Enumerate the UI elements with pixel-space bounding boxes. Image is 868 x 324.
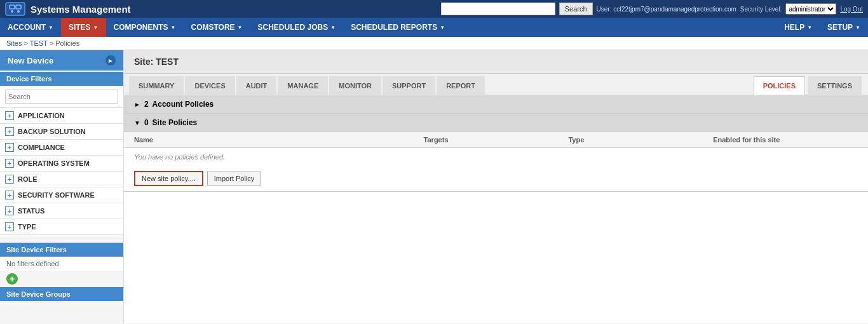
nav-item-help[interactable]: HELP ▼ xyxy=(776,18,820,37)
svg-rect-1 xyxy=(16,5,21,9)
col-type: Type xyxy=(568,136,713,144)
logout-button[interactable]: Log Out xyxy=(840,6,863,13)
tabs-bar: SUMMARY DEVICES AUDIT MANAGE MONITOR SUP… xyxy=(124,74,868,95)
filter-item-operating-system[interactable]: + OPERATING SYSTEM xyxy=(0,156,123,172)
nav-arrow-account: ▼ xyxy=(48,25,53,30)
filter-label-application: APPLICATION xyxy=(18,112,65,119)
filter-label-compliance: COMPLIANCE xyxy=(18,144,65,151)
plus-icon-application: + xyxy=(5,111,14,120)
plus-icon-os: + xyxy=(5,159,14,168)
tab-settings[interactable]: SETTINGS xyxy=(808,76,862,95)
filter-label-os: OPERATING SYSTEM xyxy=(18,159,90,167)
tab-devices[interactable]: DEVICES xyxy=(185,76,234,95)
filter-item-security-software[interactable]: + SECURITY SOFTWARE xyxy=(0,187,123,203)
site-policies-count: 0 xyxy=(144,118,149,127)
filter-item-application[interactable]: + APPLICATION xyxy=(0,108,123,124)
nav-arrow-help: ▼ xyxy=(807,25,812,30)
main-layout: New Device ► Device Filters + APPLICATIO… xyxy=(0,50,868,323)
site-title: Site: TEST xyxy=(124,50,868,74)
plus-icon-compliance: + xyxy=(5,143,14,152)
nav-item-sites[interactable]: SITES ▼ xyxy=(61,18,106,37)
content-area: Site: TEST SUMMARY DEVICES AUDIT MANAGE … xyxy=(124,50,868,323)
nav-arrow-sites: ▼ xyxy=(93,25,98,30)
search-filter-container xyxy=(0,86,123,108)
top-bar-right: Search User: ccf22tjpm7@pandamanagedprot… xyxy=(441,3,863,15)
policies-table-header: Name Targets Type Enabled for this site xyxy=(124,132,868,148)
search-input-top[interactable] xyxy=(441,3,555,15)
tab-policies[interactable]: POLICIES xyxy=(754,76,805,95)
tab-manage[interactable]: MANAGE xyxy=(278,76,328,95)
col-enabled: Enabled for this site xyxy=(713,136,858,144)
nav-label-scheduled-reports: SCHEDULED REPORTS xyxy=(351,23,437,32)
nav-label-account: ACCOUNT xyxy=(8,23,46,32)
nav-item-comstore[interactable]: COMSTORE ▼ xyxy=(183,18,250,37)
tab-report[interactable]: REPORT xyxy=(437,76,485,95)
nav-item-scheduled-jobs[interactable]: SCHEDULED JOBS ▼ xyxy=(250,18,344,37)
nav-item-scheduled-reports[interactable]: SCHEDULED REPORTS ▼ xyxy=(343,18,452,37)
filter-item-status[interactable]: + STATUS xyxy=(0,203,123,219)
security-level-select[interactable]: administrator xyxy=(785,3,836,15)
account-policies-count: 2 xyxy=(144,100,149,109)
no-policies-text: You have no policies defined. xyxy=(124,148,868,166)
site-device-filters-header: Site Device Filters xyxy=(0,243,123,257)
nav-right: HELP ▼ SETUP ▼ xyxy=(776,18,868,37)
nav-label-help: HELP xyxy=(784,23,804,32)
logo-icon xyxy=(5,2,25,16)
nav-bar: ACCOUNT ▼ SITES ▼ COMPONENTS ▼ COMSTORE … xyxy=(0,18,868,37)
tab-support[interactable]: SUPPORT xyxy=(383,76,435,95)
tabs-right: POLICIES SETTINGS xyxy=(754,74,863,95)
new-device-label: New Device xyxy=(8,56,53,65)
policy-actions: New site policy.... Import Policy xyxy=(124,166,868,191)
account-policies-label: Account Policies xyxy=(153,100,214,109)
account-policies-header[interactable]: ► 2 Account Policies xyxy=(124,95,868,114)
svg-point-2 xyxy=(11,10,13,13)
breadcrumb-test[interactable]: TEST xyxy=(30,39,48,47)
plus-icon-type: + xyxy=(5,222,14,231)
filter-label-backup: BACKUP SOLUTION xyxy=(18,128,86,135)
nav-label-components: COMPONENTS xyxy=(114,23,168,32)
filter-label-type: TYPE xyxy=(18,223,36,231)
filter-label-role: ROLE xyxy=(18,175,37,183)
new-site-policy-button[interactable]: New site policy.... xyxy=(134,171,203,186)
nav-item-components[interactable]: COMPONENTS ▼ xyxy=(106,18,184,37)
site-device-groups-header: Site Device Groups xyxy=(0,287,123,301)
nav-arrow-scheduled-reports: ▼ xyxy=(440,25,445,30)
site-policies-header[interactable]: ▼ 0 Site Policies xyxy=(124,114,868,132)
device-search-input[interactable] xyxy=(5,90,118,104)
filter-label-status: STATUS xyxy=(18,207,44,215)
site-policies-label: Site Policies xyxy=(153,118,198,127)
device-filters-header: Device Filters xyxy=(0,72,123,86)
svg-rect-0 xyxy=(10,5,15,9)
filter-item-compliance[interactable]: + COMPLIANCE xyxy=(0,140,123,156)
nav-item-account[interactable]: ACCOUNT ▼ xyxy=(0,18,61,37)
filter-item-role[interactable]: + ROLE xyxy=(0,172,123,187)
nav-arrow-comstore: ▼ xyxy=(238,25,243,30)
nav-arrow-setup: ▼ xyxy=(855,25,860,30)
tab-audit[interactable]: AUDIT xyxy=(236,76,277,95)
filter-item-backup-solution[interactable]: + BACKUP SOLUTION xyxy=(0,124,123,140)
search-button-top[interactable]: Search xyxy=(559,3,593,15)
nav-arrow-scheduled-jobs: ▼ xyxy=(330,25,336,30)
add-filter-button[interactable]: + xyxy=(6,273,18,285)
col-name: Name xyxy=(134,136,424,144)
new-device-arrow-icon: ► xyxy=(105,55,116,65)
import-policy-button[interactable]: Import Policy xyxy=(207,172,262,186)
tab-summary[interactable]: SUMMARY xyxy=(129,76,184,95)
site-policies-toggle: ▼ xyxy=(134,119,140,126)
new-device-button[interactable]: New Device ► xyxy=(0,50,123,71)
nav-arrow-components: ▼ xyxy=(171,25,176,30)
tab-monitor[interactable]: MONITOR xyxy=(329,76,381,95)
account-policies-toggle: ► xyxy=(134,101,140,108)
nav-label-setup: SETUP xyxy=(827,23,853,32)
no-filters-text: No filters defined xyxy=(0,257,123,271)
nav-label-scheduled-jobs: SCHEDULED JOBS xyxy=(258,23,329,32)
breadcrumb-sites[interactable]: Sites xyxy=(6,39,22,47)
nav-item-setup[interactable]: SETUP ▼ xyxy=(820,18,868,37)
sidebar: New Device ► Device Filters + APPLICATIO… xyxy=(0,50,124,323)
nav-label-sites: SITES xyxy=(69,23,91,32)
filter-item-type[interactable]: + TYPE xyxy=(0,219,123,235)
filter-label-security: SECURITY SOFTWARE xyxy=(18,191,95,199)
svg-point-3 xyxy=(17,10,20,13)
breadcrumb: Sites > TEST > Policies xyxy=(0,37,868,50)
breadcrumb-policies: Policies xyxy=(55,39,79,47)
